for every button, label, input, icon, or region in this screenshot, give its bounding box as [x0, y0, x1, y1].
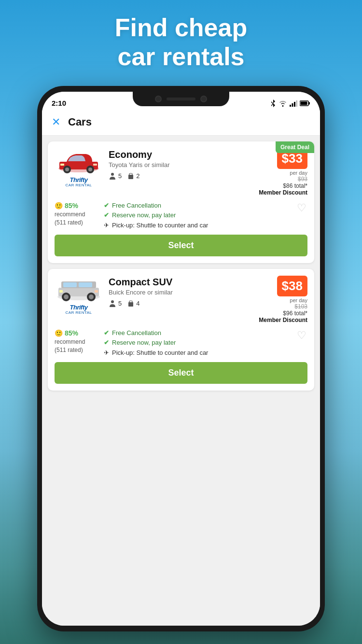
speaker [167, 98, 195, 100]
rating-text-compact-suv: recommend (511 rated) [55, 338, 98, 354]
per-day-compact-suv: per day [259, 297, 307, 303]
app-content: ✕ Cars Great Deal [42, 109, 320, 626]
original-price-economy: $93 [259, 176, 307, 182]
card-top-compact-suv: Thrifty Car Rental Compact SUV Buick Enc… [55, 276, 307, 323]
brand-sub-economy: Car Rental [65, 183, 92, 187]
select-button-economy[interactable]: Select [55, 235, 307, 256]
per-day-economy: per day [259, 170, 307, 176]
smile-icon: 🙂 [55, 202, 63, 210]
car-features-economy: 5 2 [109, 172, 253, 180]
headline: Find cheap car rentals [0, 14, 362, 71]
svg-point-28 [111, 300, 114, 303]
check-icon-1-economy: ✔ [104, 202, 109, 209]
car-model-economy: Toyota Yaris or similar [109, 161, 253, 168]
cards-container: Great Deal [42, 136, 320, 396]
economy-car-svg [55, 148, 103, 175]
page-title: Cars [68, 116, 92, 128]
free-cancellation-compact-suv: ✔ Free Cancellation [104, 329, 290, 336]
svg-rect-0 [290, 105, 291, 107]
rating-emoji-compact-suv: 🙂 85% [55, 329, 98, 337]
bags-economy: 2 [127, 172, 139, 180]
favorite-button-economy[interactable]: ♡ [296, 201, 307, 215]
great-deal-badge: Great Deal [276, 141, 314, 153]
car-info-economy: Economy Toyota Yaris or similar 5 [109, 148, 253, 180]
total-price-economy: $86 total* [259, 182, 307, 189]
bluetooth-icon [270, 99, 276, 107]
heart-col-economy: ♡ [296, 202, 307, 214]
check-icon-1-suv: ✔ [104, 329, 109, 336]
phone-frame: 2:10 [37, 86, 325, 631]
pickup-compact-suv: ✈ Pick-up: Shuttle to counter and car [104, 349, 290, 356]
svg-rect-2 [294, 102, 295, 107]
plane-icon-economy: ✈ [104, 222, 109, 229]
discount-label-compact-suv: Member Discount [259, 317, 307, 323]
car-model-compact-suv: Buick Encore or similar [109, 289, 253, 296]
car-type-compact-suv: Compact SUV [109, 277, 253, 288]
price-col-economy: $33 per day $93 $86 total* Member Discou… [259, 148, 307, 196]
svg-rect-6 [301, 102, 307, 105]
discount-label-economy: Member Discount [259, 189, 307, 196]
favorite-button-compact-suv[interactable]: ♡ [296, 328, 307, 342]
brand-name-economy: Thrifty [70, 177, 88, 183]
car-card-economy: Great Deal [48, 141, 314, 263]
check-icon-2-suv: ✔ [104, 339, 109, 346]
free-cancellation-economy: ✔ Free Cancellation [104, 202, 290, 209]
bags-compact-suv: 4 [127, 300, 139, 307]
plane-icon-suv: ✈ [104, 349, 109, 356]
bag-icon [127, 173, 134, 180]
svg-rect-13 [60, 164, 64, 166]
check-icon-2-economy: ✔ [104, 211, 109, 219]
seats-compact-suv: 5 [109, 300, 122, 307]
svg-rect-20 [63, 282, 77, 287]
brand-logo-economy: Thrifty Car Rental [65, 177, 92, 187]
rating-col-compact-suv: 🙂 85% recommend (511 rated) [55, 329, 98, 354]
rating-text-economy: recommend (511 rated) [55, 210, 98, 227]
card-bottom-compact-suv: 🙂 85% recommend (511 rated) ✔ Fre [55, 329, 307, 356]
car-img-col-compact-suv: Thrifty Car Rental [55, 276, 103, 315]
select-button-compact-suv[interactable]: Select [55, 362, 307, 384]
car-type-economy: Economy [109, 149, 253, 160]
seats-economy: 5 [109, 172, 122, 180]
svg-rect-27 [95, 290, 98, 293]
svg-rect-3 [296, 100, 298, 107]
battery-icon [300, 100, 310, 106]
svg-rect-29 [128, 302, 133, 307]
total-price-compact-suv: $96 total* [259, 310, 307, 317]
details-col-economy: ✔ Free Cancellation ✔ Reserve now, pay l… [104, 202, 290, 229]
card-top-economy: Thrifty Car Rental Economy Toyota Yaris … [55, 148, 307, 196]
svg-rect-14 [93, 164, 97, 166]
svg-rect-26 [59, 290, 63, 293]
svg-point-12 [88, 168, 92, 171]
car-img-col-economy: Thrifty Car Rental [55, 148, 103, 187]
original-price-compact-suv: $103 [259, 303, 307, 310]
svg-rect-16 [128, 175, 133, 179]
svg-point-10 [65, 168, 69, 171]
car-card-compact-suv: Thrifty Car Rental Compact SUV Buick Enc… [48, 269, 314, 391]
person-icon [109, 173, 116, 180]
front-camera-right [200, 96, 207, 102]
car-image-economy [55, 148, 103, 175]
rating-col-economy: 🙂 85% recommend (511 rated) [55, 202, 98, 227]
heart-col-compact-suv: ♡ [296, 329, 307, 342]
car-info-compact-suv: Compact SUV Buick Encore or similar 5 [109, 276, 253, 307]
reserve-now-economy: ✔ Reserve now, pay later [104, 211, 290, 219]
smile-icon-suv: 🙂 [55, 329, 63, 337]
card-bottom-economy: 🙂 85% recommend (511 rated) ✔ Fre [55, 202, 307, 229]
brand-name-compact-suv: Thrifty [70, 304, 88, 310]
bag-icon-suv [127, 300, 134, 307]
reserve-now-compact-suv: ✔ Reserve now, pay later [104, 339, 290, 346]
person-icon-suv [109, 300, 116, 307]
svg-rect-1 [292, 103, 293, 107]
signal-icon [290, 100, 297, 107]
svg-rect-5 [309, 102, 310, 105]
phone-screen: 2:10 [42, 92, 320, 626]
suv-car-svg [55, 276, 103, 302]
brand-sub-compact-suv: Car Rental [65, 310, 92, 315]
car-features-compact-suv: 5 4 [109, 300, 253, 307]
svg-point-25 [89, 294, 94, 299]
close-button[interactable]: ✕ [52, 117, 60, 127]
pickup-economy: ✈ Pick-up: Shuttle to counter and car [104, 222, 290, 229]
status-icons [270, 99, 310, 107]
price-badge-compact-suv: $38 [277, 276, 307, 296]
svg-point-15 [111, 173, 114, 176]
